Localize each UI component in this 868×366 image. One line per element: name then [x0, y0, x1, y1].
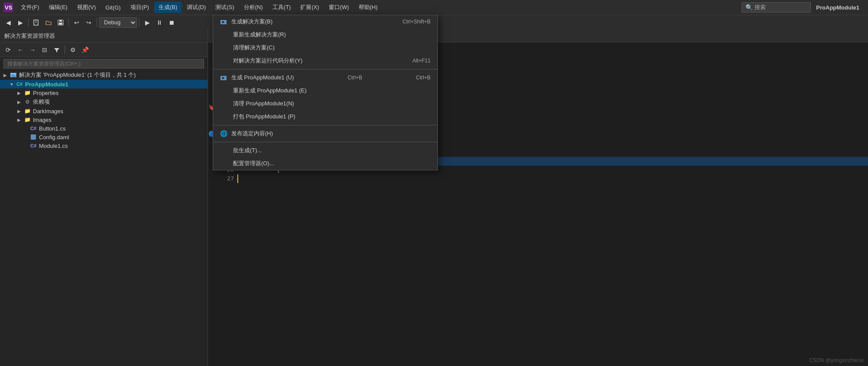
module1cs-label: Module1.cs: [39, 143, 68, 149]
menu-view[interactable]: 视图(V): [73, 2, 100, 13]
se-back-btn[interactable]: ←: [15, 44, 26, 56]
toolbar-extra-3[interactable]: ⏹: [166, 17, 177, 28]
images-label: Images: [33, 117, 52, 123]
build-project-shortcut: Ctrl+B: [348, 75, 363, 81]
project-label: ProAppModule1: [25, 81, 68, 88]
publish-icon: 🌐: [218, 130, 229, 137]
svg-rect-10: [31, 134, 36, 140]
se-header: 解决方案资源管理器: [0, 29, 207, 43]
se-toolbar: ⟳ ← → ⊟ ⚙ 📌: [0, 43, 207, 57]
open-btn[interactable]: [43, 17, 54, 28]
menu-rebuild-project[interactable]: 重新生成 ProAppModule1 (E): [213, 84, 437, 97]
menu-window[interactable]: 窗口(W): [324, 2, 353, 13]
build-solution-icon: [218, 18, 229, 25]
configdaml-label: Config.daml: [39, 134, 69, 141]
se-filter-btn[interactable]: [51, 44, 62, 56]
button1cs-icon: C#: [29, 125, 37, 132]
svg-text:VS: VS: [5, 4, 13, 11]
button1cs-label: Button1.cs: [39, 125, 65, 132]
tree-module1cs[interactable]: ▶ C# Module1.cs: [0, 141, 207, 150]
tree-deps[interactable]: ▶ ⚙ 依赖项: [0, 97, 207, 107]
menu-analyze-solution[interactable]: 对解决方案运行代码分析(Y) Alt+F11: [213, 54, 437, 67]
solution-icon: SLN: [10, 72, 17, 78]
tree-darkimages[interactable]: ▶ 📁 DarkImages: [0, 107, 207, 115]
title-bar: VS 文件(F) 编辑(E) 视图(V) Git(G) 项目(P) 生成(B) …: [0, 0, 868, 15]
menu-analyze[interactable]: 分析(N): [240, 2, 267, 13]
tree-project[interactable]: ▼ C# ProAppModule1: [0, 80, 207, 88]
new-file-icon: [33, 19, 40, 26]
se-collapse-btn[interactable]: ⊟: [39, 44, 50, 56]
se-settings-btn[interactable]: ⚙: [67, 44, 78, 56]
menu-tools[interactable]: 工具(T): [268, 2, 295, 13]
gutter-27: [237, 174, 246, 183]
config-manager-label: 配置管理器(O)...: [233, 160, 274, 167]
menu-file[interactable]: 文件(F): [16, 2, 44, 13]
toolbar-sep-3: [97, 18, 97, 27]
darkimages-folder-icon: 📁: [23, 108, 31, 114]
save-btn[interactable]: [55, 17, 66, 28]
menu-config-manager[interactable]: 配置管理器(O)...: [213, 157, 437, 170]
open-folder-icon: [45, 19, 52, 26]
se-forward-btn[interactable]: →: [27, 44, 38, 56]
menu-build-project[interactable]: 生成 ProAppModule1 (U) Ctrl+B Ctrl+B: [213, 71, 437, 84]
svg-rect-6: [59, 20, 62, 22]
menu-batch-build[interactable]: 批生成(T)...: [213, 144, 437, 157]
clean-solution-label: 清理解决方案(C): [233, 44, 275, 52]
menu-clean-solution[interactable]: 清理解决方案(C): [213, 41, 437, 54]
dropdown-sep-3: [213, 142, 437, 142]
new-project-btn[interactable]: [31, 17, 42, 28]
deps-arrow-icon: ▶: [17, 100, 23, 105]
toolbar-sep-1: [28, 18, 29, 27]
tree-button1cs[interactable]: ▶ C# Button1.cs: [0, 124, 207, 133]
tree-images[interactable]: ▶ 📁 Images: [0, 115, 207, 124]
watermark: CSDN @yongxinzhenxi: [809, 357, 864, 363]
project-icon: C#: [16, 81, 23, 88]
clean-project-label: 清理 ProAppModule1(N): [233, 100, 294, 108]
configdaml-icon: [29, 134, 37, 141]
menu-project[interactable]: 项目(P): [126, 2, 153, 13]
dropdown-sep-2: [213, 125, 437, 125]
menu-help[interactable]: 帮助(H): [354, 2, 382, 13]
solution-arrow-icon: ▶: [3, 73, 10, 78]
menu-pack-project[interactable]: 打包 ProAppModule1 (P): [213, 110, 437, 123]
search-icon: 🔍: [745, 4, 753, 11]
menu-build[interactable]: 生成(B): [154, 2, 181, 13]
save-icon: [57, 19, 64, 26]
code-line-27: 27: [216, 174, 868, 183]
toolbar-extra-2[interactable]: ⏸: [154, 17, 165, 28]
tree-properties[interactable]: ▶ 📁 Properties: [0, 88, 207, 97]
menu-publish[interactable]: 🌐 发布选定内容(H): [213, 127, 437, 140]
code-text-27: [246, 174, 249, 183]
properties-label: Properties: [33, 90, 58, 96]
analyze-solution-label: 对解决方案运行代码分析(Y): [233, 57, 302, 65]
menu-clean-project[interactable]: 清理 ProAppModule1(N): [213, 97, 437, 110]
build-dropdown-menu: 生成解决方案(B) Ctrl+Shift+B 重新生成解决方案(R) 清理解决方…: [213, 15, 438, 170]
rebuild-project-label: 重新生成 ProAppModule1 (E): [233, 87, 307, 95]
menu-extensions[interactable]: 扩展(X): [296, 2, 323, 13]
se-title: 解决方案资源管理器: [4, 33, 55, 39]
main-layout: 解决方案资源管理器 ⟳ ← → ⊟ ⚙ 📌 ▶ SLN 解决方案 'ProApp…: [0, 29, 868, 366]
back-btn[interactable]: ◀: [3, 17, 14, 28]
search-label[interactable]: 搜索: [755, 3, 766, 11]
tree-configdaml[interactable]: ▶ Config.daml: [0, 133, 207, 141]
menu-rebuild-solution[interactable]: 重新生成解决方案(R): [213, 28, 437, 41]
vs-logo-icon: VS: [3, 3, 13, 12]
menu-test[interactable]: 测试(S): [211, 2, 238, 13]
menu-edit[interactable]: 编辑(E): [45, 2, 72, 13]
debug-config-dropdown[interactable]: Debug: [99, 17, 137, 28]
forward-btn[interactable]: ▶: [15, 17, 26, 28]
properties-arrow-icon: ▶: [17, 91, 23, 95]
undo-btn[interactable]: ↩: [71, 17, 82, 28]
toolbar-extra-1[interactable]: ▶: [142, 17, 153, 28]
build-project-label: 生成 ProAppModule1 (U): [231, 74, 294, 82]
se-pin-btn[interactable]: 📌: [79, 44, 91, 56]
solution-explorer: 解决方案资源管理器 ⟳ ← → ⊟ ⚙ 📌 ▶ SLN 解决方案 'ProApp…: [0, 29, 208, 366]
publish-label: 发布选定内容(H): [231, 130, 273, 137]
menu-debug[interactable]: 调试(D): [182, 2, 210, 13]
se-sync-btn[interactable]: ⟳: [3, 44, 14, 56]
se-search-input[interactable]: [3, 59, 204, 69]
tree-solution[interactable]: ▶ SLN 解决方案 'ProAppModule1' (1 个项目，共 1 个): [0, 70, 207, 80]
redo-btn[interactable]: ↪: [83, 17, 94, 28]
menu-git[interactable]: Git(G): [101, 3, 125, 13]
menu-build-solution[interactable]: 生成解决方案(B) Ctrl+Shift+B: [213, 15, 437, 28]
